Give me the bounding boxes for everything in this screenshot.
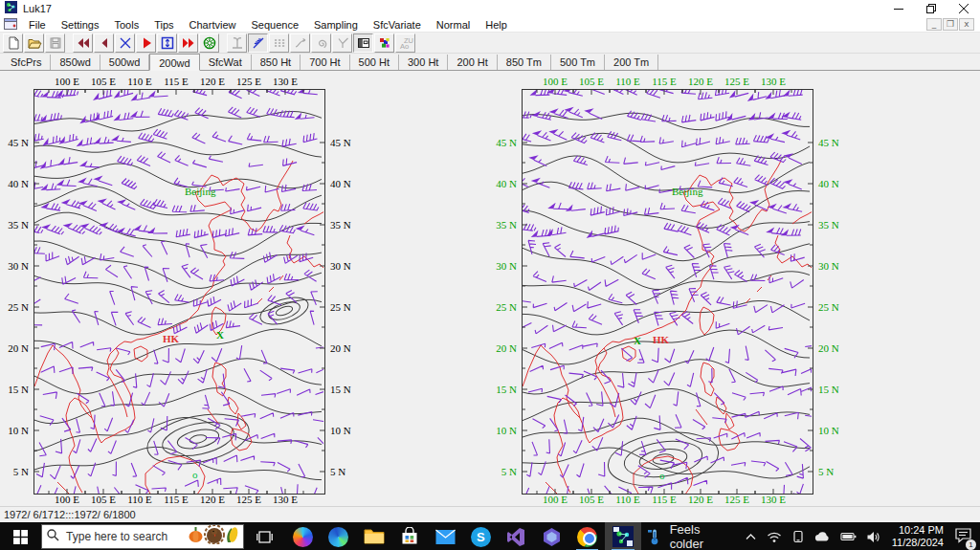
minimize-button[interactable]: [882, 0, 915, 17]
task-view-button[interactable]: [244, 522, 285, 550]
svg-text:100 E: 100 E: [55, 76, 79, 87]
toolbar-button-open-file[interactable]: [24, 33, 44, 53]
svg-text:25 N: 25 N: [330, 301, 351, 313]
tab-bar: SfcPrs850wd500wd200wdSfcWat850 Ht700 Ht5…: [0, 54, 980, 71]
menu-item-settings[interactable]: Settings: [54, 19, 107, 31]
close-button[interactable]: [947, 0, 980, 17]
svg-text:35 N: 35 N: [330, 219, 351, 231]
svg-text:125 E: 125 E: [236, 76, 261, 87]
menu-item-sequence[interactable]: Sequence: [243, 19, 306, 31]
svg-text:115 E: 115 E: [164, 494, 189, 505]
taskbar-app-store[interactable]: [391, 522, 427, 550]
toolbar-button-window-split[interactable]: [353, 33, 373, 53]
tab-500-tm[interactable]: 500 Tm: [551, 55, 605, 70]
weather-label[interactable]: Feels colder: [670, 522, 730, 550]
svg-text:115 E: 115 E: [652, 76, 677, 87]
menu-item-normal[interactable]: Normal: [429, 19, 478, 31]
tab-850-ht[interactable]: 850 Ht: [252, 55, 301, 70]
taskbar: Type here to search S Feels colder: [0, 522, 980, 550]
toolbar-button-play[interactable]: [136, 33, 156, 53]
menu-item-tips[interactable]: Tips: [146, 19, 181, 31]
toolbar-button-palette[interactable]: [374, 33, 394, 53]
tab-200-tm[interactable]: 200 Tm: [605, 55, 658, 70]
svg-text:X: X: [216, 329, 224, 341]
svg-text:130 E: 130 E: [273, 494, 298, 505]
notification-center-icon[interactable]: 1: [954, 527, 972, 547]
svg-text:30 N: 30 N: [496, 260, 517, 272]
toolbar-button-step-back[interactable]: [94, 33, 114, 53]
toolbar-button-curve: [290, 33, 310, 53]
document-window-icon: [4, 16, 17, 33]
menu-item-tools[interactable]: Tools: [106, 19, 146, 31]
toolbar-button-delete-x[interactable]: [115, 33, 135, 53]
onedrive-cloud-icon[interactable]: [814, 531, 831, 542]
svg-text:105 E: 105 E: [91, 76, 116, 87]
volume-icon[interactable]: [866, 531, 880, 543]
menu-item-file[interactable]: File: [21, 19, 54, 31]
restore-button[interactable]: [915, 0, 947, 17]
svg-text:35 N: 35 N: [496, 219, 517, 231]
taskbar-app-hexagon[interactable]: [534, 522, 569, 550]
svg-text:100 E: 100 E: [543, 494, 568, 505]
tab-500wd[interactable]: 500wd: [100, 55, 149, 70]
svg-text:130 E: 130 E: [761, 494, 786, 505]
taskbar-app-visual-studio[interactable]: [499, 522, 534, 550]
toolbar-button-fast-forward[interactable]: [178, 33, 198, 53]
taskbar-search[interactable]: Type here to search: [41, 524, 244, 549]
tab-200-ht[interactable]: 200 Ht: [448, 55, 497, 70]
toolbar-button-new-document[interactable]: [3, 33, 23, 53]
search-doodle: [188, 525, 239, 548]
app-icon: [5, 0, 17, 17]
mdi-minimize-button[interactable]: _: [926, 18, 942, 31]
chevron-up-icon[interactable]: [745, 531, 757, 542]
svg-text:120 E: 120 E: [688, 494, 713, 505]
svg-text:o: o: [192, 469, 198, 480]
tab-sfcwat[interactable]: SfcWat: [200, 55, 252, 70]
taskbar-app-file-explorer[interactable]: [356, 522, 391, 550]
toolbar-button-frame-arrow[interactable]: [157, 33, 177, 53]
tab-850-tm[interactable]: 850 Tm: [498, 55, 551, 70]
map-panel-left[interactable]: 100 E100 E105 E105 E110 E110 E115 E115 E…: [0, 71, 364, 506]
tab-500-ht[interactable]: 500 Ht: [350, 55, 399, 70]
menu-item-sfcvariate[interactable]: SfcVariate: [366, 19, 429, 31]
toolbar-button-rewind[interactable]: [73, 33, 93, 53]
wifi-icon[interactable]: [767, 531, 782, 543]
menu-item-chartview[interactable]: Chartview: [182, 19, 244, 31]
svg-text:120 E: 120 E: [200, 76, 225, 87]
map-panel-right[interactable]: 100 E100 E105 E105 E110 E110 E115 E115 E…: [488, 71, 852, 506]
taskbar-clock[interactable]: 10:24 PM 11/28/2024: [892, 524, 944, 549]
mdi-restore-button[interactable]: ❐: [943, 18, 958, 31]
taskbar-app-edge[interactable]: [321, 522, 356, 550]
taskbar-app-skype[interactable]: S: [463, 522, 499, 550]
tab-850wd[interactable]: 850wd: [51, 55, 100, 70]
svg-text:110 E: 110 E: [615, 76, 640, 87]
toolbar-button-slingshot: [332, 33, 352, 53]
toolbar-button-wind-barb[interactable]: [248, 33, 268, 53]
svg-text:45 N: 45 N: [330, 137, 351, 148]
tab-200wd[interactable]: 200wd: [149, 54, 199, 71]
svg-text:10 N: 10 N: [496, 425, 517, 436]
menu-item-sampling[interactable]: Sampling: [306, 19, 366, 31]
svg-text:Beijing: Beijing: [185, 186, 216, 197]
svg-text:120 E: 120 E: [688, 76, 713, 87]
weather-icon[interactable]: [646, 528, 661, 545]
tab-300-ht[interactable]: 300 Ht: [399, 55, 448, 70]
toolbar-button-globe[interactable]: [199, 33, 219, 53]
mdi-close-button[interactable]: x: [959, 18, 974, 31]
svg-text:125 E: 125 E: [724, 76, 749, 87]
taskbar-app-luk17[interactable]: [605, 522, 640, 550]
menu-bar: FileSettingsToolsTipsChartviewSequenceSa…: [0, 17, 980, 33]
start-button[interactable]: [0, 522, 41, 550]
taskbar-app-chrome[interactable]: [569, 522, 605, 550]
svg-text:110 E: 110 E: [127, 494, 152, 505]
tab-sfcprs[interactable]: SfcPrs: [2, 55, 51, 70]
svg-text:45 N: 45 N: [818, 137, 839, 148]
taskbar-app-mail[interactable]: [427, 522, 462, 550]
taskbar-app-copilot[interactable]: [285, 522, 321, 550]
phone-link-icon[interactable]: [791, 530, 805, 543]
tab-700-ht[interactable]: 700 Ht: [301, 55, 349, 70]
menu-item-help[interactable]: Help: [478, 19, 515, 31]
svg-text:10 N: 10 N: [330, 425, 351, 436]
battery-icon[interactable]: [840, 531, 857, 542]
pumpkin-icon: [188, 526, 204, 547]
